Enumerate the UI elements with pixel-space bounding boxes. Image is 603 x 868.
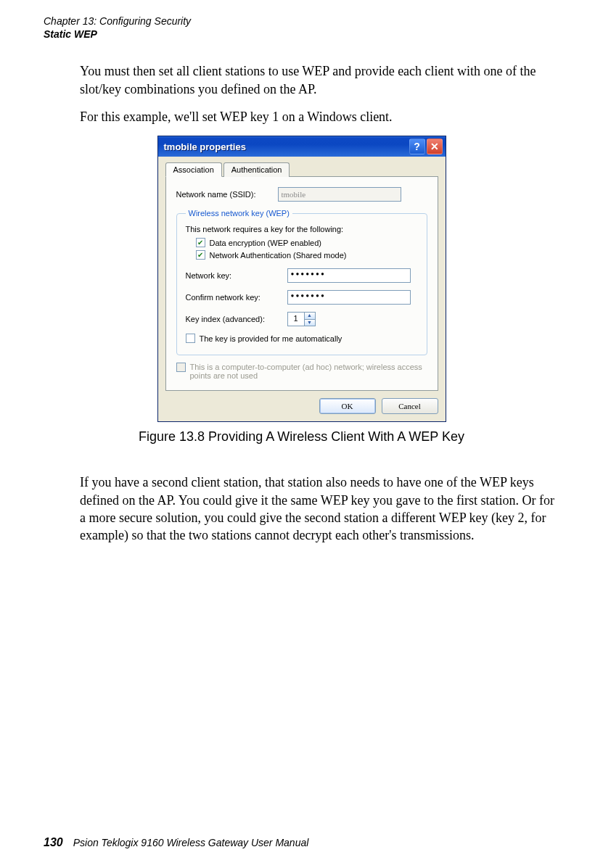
close-icon: ✕ bbox=[430, 141, 439, 152]
page-header: Chapter 13: Configuring Security Static … bbox=[0, 0, 603, 48]
checkbox-network-auth[interactable]: ✔ bbox=[196, 250, 205, 260]
key-index-label: Key index (advanced): bbox=[186, 315, 287, 323]
section-title: Static WEP bbox=[44, 28, 559, 41]
confirm-key-input[interactable]: ••••••• bbox=[287, 290, 411, 305]
key-index-value: 1 bbox=[288, 313, 304, 326]
wep-group: Wireless network key (WEP) This network … bbox=[176, 209, 427, 355]
cancel-button[interactable]: Cancel bbox=[382, 398, 438, 414]
adhoc-text: This is a computer-to-computer (ad hoc) … bbox=[190, 363, 427, 380]
checkbox-data-encryption[interactable]: ✔ bbox=[196, 238, 205, 247]
page-number: 130 bbox=[44, 836, 63, 849]
tab-panel-association: Network name (SSID): Wireless network ke… bbox=[165, 176, 438, 391]
confirm-key-label: Confirm network key: bbox=[186, 293, 287, 302]
key-index-stepper[interactable]: 1 ▲ ▼ bbox=[287, 312, 316, 326]
close-button[interactable]: ✕ bbox=[427, 139, 443, 154]
body-paragraph: You must then set all client stations to… bbox=[80, 62, 559, 98]
figure-caption: Figure 13.8 Providing A Wireless Client … bbox=[139, 429, 464, 445]
tab-authentication[interactable]: Authentication bbox=[223, 162, 290, 177]
checkbox-adhoc bbox=[176, 363, 186, 372]
tab-association[interactable]: Association bbox=[165, 162, 222, 177]
ok-button[interactable]: OK bbox=[319, 398, 376, 414]
wireless-properties-dialog: tmobile properties ? ✕ Association Authe… bbox=[157, 136, 446, 422]
wep-group-legend: Wireless network key (WEP) bbox=[186, 209, 292, 218]
dialog-title: tmobile properties bbox=[164, 141, 408, 152]
ssid-input bbox=[278, 187, 401, 202]
help-button[interactable]: ? bbox=[409, 139, 425, 154]
manual-title: Psion Teklogix 9160 Wireless Gateway Use… bbox=[73, 837, 309, 848]
network-key-label: Network key: bbox=[186, 271, 287, 280]
figure-container: tmobile properties ? ✕ Association Authe… bbox=[0, 136, 603, 445]
chevron-down-icon[interactable]: ▼ bbox=[305, 319, 315, 326]
checkbox-auto-key[interactable] bbox=[186, 334, 195, 343]
checkbox-label: The key is provided for me automatically bbox=[200, 334, 342, 343]
dialog-titlebar[interactable]: tmobile properties ? ✕ bbox=[158, 136, 446, 157]
chapter-title: Chapter 13: Configuring Security bbox=[44, 15, 559, 28]
tab-strip: Association Authentication bbox=[165, 162, 438, 177]
network-key-input[interactable]: ••••••• bbox=[287, 268, 411, 283]
body-paragraph: If you have a second client station, tha… bbox=[80, 474, 559, 544]
chevron-up-icon[interactable]: ▲ bbox=[305, 313, 315, 319]
checkbox-label: Data encryption (WEP enabled) bbox=[210, 239, 322, 247]
ssid-label: Network name (SSID): bbox=[176, 190, 278, 199]
checkbox-label: Network Authentication (Shared mode) bbox=[210, 251, 347, 260]
wep-group-note: This network requires a key for the foll… bbox=[186, 225, 418, 233]
body-paragraph: For this example, we'll set WEP key 1 on… bbox=[80, 108, 559, 125]
page-footer: 130 Psion Teklogix 9160 Wireless Gateway… bbox=[0, 836, 603, 849]
